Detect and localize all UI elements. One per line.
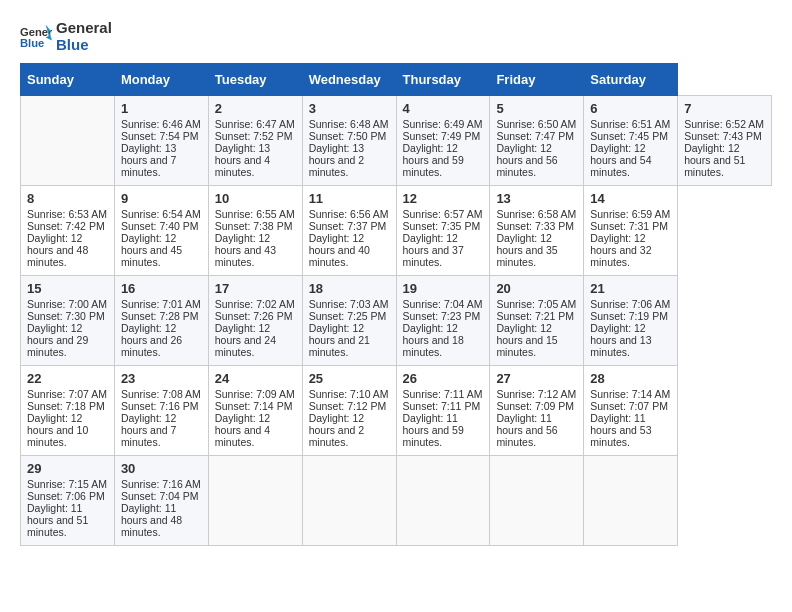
sunset-text: Sunset: 7:11 PM bbox=[403, 400, 481, 412]
calendar-cell bbox=[302, 456, 396, 546]
daylight-text: Daylight: 12 hours and 18 minutes. bbox=[403, 322, 464, 358]
daylight-text: Daylight: 12 hours and 4 minutes. bbox=[215, 412, 270, 448]
sunset-text: Sunset: 7:06 PM bbox=[27, 490, 105, 502]
sunrise-text: Sunrise: 6:49 AM bbox=[403, 118, 483, 130]
calendar-cell: 1Sunrise: 6:46 AMSunset: 7:54 PMDaylight… bbox=[114, 96, 208, 186]
daylight-text: Daylight: 12 hours and 24 minutes. bbox=[215, 322, 276, 358]
calendar-cell: 23Sunrise: 7:08 AMSunset: 7:16 PMDayligh… bbox=[114, 366, 208, 456]
daylight-text: Daylight: 11 hours and 51 minutes. bbox=[27, 502, 88, 538]
col-header-monday: Monday bbox=[114, 64, 208, 96]
logo: General Blue General Blue bbox=[20, 20, 112, 53]
sunset-text: Sunset: 7:14 PM bbox=[215, 400, 293, 412]
sunset-text: Sunset: 7:09 PM bbox=[496, 400, 574, 412]
day-number: 14 bbox=[590, 191, 671, 206]
daylight-text: Daylight: 12 hours and 10 minutes. bbox=[27, 412, 88, 448]
calendar-cell bbox=[584, 456, 678, 546]
day-number: 16 bbox=[121, 281, 202, 296]
sunset-text: Sunset: 7:42 PM bbox=[27, 220, 105, 232]
sunset-text: Sunset: 7:04 PM bbox=[121, 490, 199, 502]
sunrise-text: Sunrise: 6:50 AM bbox=[496, 118, 576, 130]
daylight-text: Daylight: 12 hours and 37 minutes. bbox=[403, 232, 464, 268]
day-number: 4 bbox=[403, 101, 484, 116]
calendar-cell: 4Sunrise: 6:49 AMSunset: 7:49 PMDaylight… bbox=[396, 96, 490, 186]
sunrise-text: Sunrise: 6:53 AM bbox=[27, 208, 107, 220]
day-number: 15 bbox=[27, 281, 108, 296]
day-number: 5 bbox=[496, 101, 577, 116]
sunset-text: Sunset: 7:49 PM bbox=[403, 130, 481, 142]
day-number: 21 bbox=[590, 281, 671, 296]
calendar-cell: 10Sunrise: 6:55 AMSunset: 7:38 PMDayligh… bbox=[208, 186, 302, 276]
daylight-text: Daylight: 12 hours and 32 minutes. bbox=[590, 232, 651, 268]
daylight-text: Daylight: 13 hours and 2 minutes. bbox=[309, 142, 364, 178]
calendar-cell: 14Sunrise: 6:59 AMSunset: 7:31 PMDayligh… bbox=[584, 186, 678, 276]
sunset-text: Sunset: 7:18 PM bbox=[27, 400, 105, 412]
calendar-cell: 20Sunrise: 7:05 AMSunset: 7:21 PMDayligh… bbox=[490, 276, 584, 366]
daylight-text: Daylight: 11 hours and 56 minutes. bbox=[496, 412, 557, 448]
sunset-text: Sunset: 7:40 PM bbox=[121, 220, 199, 232]
daylight-text: Daylight: 12 hours and 56 minutes. bbox=[496, 142, 557, 178]
sunrise-text: Sunrise: 6:56 AM bbox=[309, 208, 389, 220]
calendar-cell: 17Sunrise: 7:02 AMSunset: 7:26 PMDayligh… bbox=[208, 276, 302, 366]
sunset-text: Sunset: 7:54 PM bbox=[121, 130, 199, 142]
sunrise-text: Sunrise: 7:15 AM bbox=[27, 478, 107, 490]
calendar-cell: 19Sunrise: 7:04 AMSunset: 7:23 PMDayligh… bbox=[396, 276, 490, 366]
day-number: 28 bbox=[590, 371, 671, 386]
sunset-text: Sunset: 7:26 PM bbox=[215, 310, 293, 322]
day-number: 20 bbox=[496, 281, 577, 296]
calendar-week-row: 15Sunrise: 7:00 AMSunset: 7:30 PMDayligh… bbox=[21, 276, 772, 366]
sunrise-text: Sunrise: 6:46 AM bbox=[121, 118, 201, 130]
daylight-text: Daylight: 12 hours and 51 minutes. bbox=[684, 142, 745, 178]
calendar-week-row: 22Sunrise: 7:07 AMSunset: 7:18 PMDayligh… bbox=[21, 366, 772, 456]
day-number: 30 bbox=[121, 461, 202, 476]
calendar-cell: 3Sunrise: 6:48 AMSunset: 7:50 PMDaylight… bbox=[302, 96, 396, 186]
sunset-text: Sunset: 7:25 PM bbox=[309, 310, 387, 322]
svg-text:Blue: Blue bbox=[20, 37, 44, 49]
calendar-cell: 13Sunrise: 6:58 AMSunset: 7:33 PMDayligh… bbox=[490, 186, 584, 276]
daylight-text: Daylight: 12 hours and 59 minutes. bbox=[403, 142, 464, 178]
sunset-text: Sunset: 7:38 PM bbox=[215, 220, 293, 232]
sunset-text: Sunset: 7:16 PM bbox=[121, 400, 199, 412]
calendar-cell: 16Sunrise: 7:01 AMSunset: 7:28 PMDayligh… bbox=[114, 276, 208, 366]
col-header-friday: Friday bbox=[490, 64, 584, 96]
calendar-cell bbox=[490, 456, 584, 546]
day-number: 17 bbox=[215, 281, 296, 296]
sunset-text: Sunset: 7:23 PM bbox=[403, 310, 481, 322]
calendar-cell: 29Sunrise: 7:15 AMSunset: 7:06 PMDayligh… bbox=[21, 456, 115, 546]
sunrise-text: Sunrise: 7:01 AM bbox=[121, 298, 201, 310]
sunrise-text: Sunrise: 6:59 AM bbox=[590, 208, 670, 220]
calendar-table: SundayMondayTuesdayWednesdayThursdayFrid… bbox=[20, 63, 772, 546]
day-number: 13 bbox=[496, 191, 577, 206]
sunrise-text: Sunrise: 7:00 AM bbox=[27, 298, 107, 310]
day-number: 27 bbox=[496, 371, 577, 386]
day-number: 6 bbox=[590, 101, 671, 116]
calendar-cell: 24Sunrise: 7:09 AMSunset: 7:14 PMDayligh… bbox=[208, 366, 302, 456]
sunrise-text: Sunrise: 7:11 AM bbox=[403, 388, 483, 400]
logo-line1: General bbox=[56, 20, 112, 37]
col-header-sunday: Sunday bbox=[21, 64, 115, 96]
daylight-text: Daylight: 11 hours and 53 minutes. bbox=[590, 412, 651, 448]
daylight-text: Daylight: 13 hours and 7 minutes. bbox=[121, 142, 176, 178]
daylight-text: Daylight: 12 hours and 48 minutes. bbox=[27, 232, 88, 268]
sunrise-text: Sunrise: 6:58 AM bbox=[496, 208, 576, 220]
sunset-text: Sunset: 7:33 PM bbox=[496, 220, 574, 232]
sunrise-text: Sunrise: 7:04 AM bbox=[403, 298, 483, 310]
sunrise-text: Sunrise: 6:52 AM bbox=[684, 118, 764, 130]
calendar-cell: 27Sunrise: 7:12 AMSunset: 7:09 PMDayligh… bbox=[490, 366, 584, 456]
sunrise-text: Sunrise: 6:55 AM bbox=[215, 208, 295, 220]
calendar-cell: 22Sunrise: 7:07 AMSunset: 7:18 PMDayligh… bbox=[21, 366, 115, 456]
calendar-cell: 28Sunrise: 7:14 AMSunset: 7:07 PMDayligh… bbox=[584, 366, 678, 456]
sunset-text: Sunset: 7:47 PM bbox=[496, 130, 574, 142]
daylight-text: Daylight: 12 hours and 29 minutes. bbox=[27, 322, 88, 358]
calendar-cell: 12Sunrise: 6:57 AMSunset: 7:35 PMDayligh… bbox=[396, 186, 490, 276]
day-number: 7 bbox=[684, 101, 765, 116]
day-number: 25 bbox=[309, 371, 390, 386]
col-header-saturday: Saturday bbox=[584, 64, 678, 96]
daylight-text: Daylight: 12 hours and 21 minutes. bbox=[309, 322, 370, 358]
sunrise-text: Sunrise: 7:09 AM bbox=[215, 388, 295, 400]
daylight-text: Daylight: 12 hours and 15 minutes. bbox=[496, 322, 557, 358]
sunset-text: Sunset: 7:43 PM bbox=[684, 130, 762, 142]
day-number: 29 bbox=[27, 461, 108, 476]
daylight-text: Daylight: 11 hours and 59 minutes. bbox=[403, 412, 464, 448]
daylight-text: Daylight: 11 hours and 48 minutes. bbox=[121, 502, 182, 538]
sunrise-text: Sunrise: 7:02 AM bbox=[215, 298, 295, 310]
